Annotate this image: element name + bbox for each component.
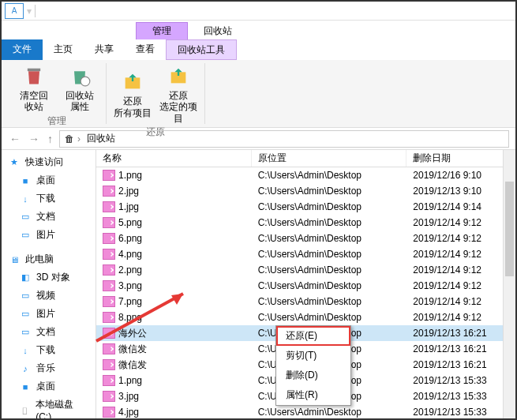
file-date: 2019/12/14 9:12	[406, 264, 515, 276]
tab-view[interactable]: 查看	[125, 39, 166, 60]
ctx-delete[interactable]: 删除(D)	[276, 366, 350, 385]
file-date: 2019/12/14 9:14	[406, 201, 515, 213]
table-row[interactable]: 5.pngC:\Users\Admin\Desktop2019/12/14 9:…	[96, 215, 515, 231]
image-file-icon	[103, 359, 115, 370]
file-name: 7.png	[118, 296, 142, 307]
file-date: 2019/12/13 16:21	[406, 343, 515, 355]
file-name: 4.jpg	[118, 407, 139, 418]
image-file-icon	[103, 217, 115, 228]
sidebar-documents-2[interactable]: ▭文档	[2, 323, 96, 341]
ribbon-group-restore: 还原所有项目 还原选定的项目 还原	[107, 63, 205, 124]
table-row[interactable]: 8.pngC:\Users\Admin\Desktop2019/12/14 9:…	[96, 309, 515, 325]
sidebar-videos[interactable]: ▭视频	[2, 287, 96, 305]
breadcrumb[interactable]: 🗑 › 回收站	[59, 130, 509, 148]
sidebar-downloads-2[interactable]: ↓下载	[2, 341, 96, 359]
sidebar-desktop-2[interactable]: ■桌面	[2, 377, 96, 396]
trash-props-icon	[67, 63, 92, 88]
file-path: C:\Users\Admin\Desktop	[252, 169, 407, 182]
recycle-icon: 🗑	[65, 133, 74, 144]
ribbon-group-manage: 清空回收站 回收站属性 管理	[8, 63, 107, 124]
sidebar-3d-objects[interactable]: ◧3D 对象	[2, 268, 96, 287]
restore-sel-icon	[166, 63, 191, 88]
file-date: 2019/12/14 9:12	[406, 279, 515, 292]
forward-button[interactable]: →	[27, 133, 41, 145]
desktop-icon: ■	[19, 174, 32, 187]
vertical-scrollbar[interactable]	[503, 150, 515, 418]
sidebar-drive-c[interactable]: ⌷本地磁盘 (C:)	[2, 396, 96, 418]
sidebar-desktop[interactable]: ■桌面	[2, 171, 96, 189]
sidebar-downloads[interactable]: ↓下载	[2, 189, 96, 208]
table-row[interactable]: 4.pngC:\Users\Admin\Desktop2019/12/14 9:…	[96, 246, 515, 262]
restore-all-button[interactable]: 还原所有项目	[113, 63, 152, 124]
sidebar-music[interactable]: ♪音乐	[2, 359, 96, 377]
table-row[interactable]: 1.pngC:\Users\Admin\Desktop2019/12/16 9:…	[96, 167, 515, 183]
file-name: 微信发	[118, 343, 147, 354]
ribbon: 清空回收站 回收站属性 管理 还原所有项目 还原选定的项目 还原	[2, 60, 515, 128]
restore-sel-label: 还原选定的项目	[159, 90, 198, 124]
file-date: 2019/12/14 9:12	[406, 248, 515, 261]
desktop-icon: ■	[19, 381, 32, 393]
file-date: 2019/12/13 15:33	[406, 390, 515, 403]
file-date: 2019/12/14 9:12	[406, 232, 515, 245]
table-row[interactable]: 6.pngC:\Users\Admin\Desktop2019/12/14 9:…	[96, 231, 515, 246]
image-file-icon	[103, 264, 115, 276]
tab-share[interactable]: 共享	[84, 39, 125, 60]
sidebar-documents[interactable]: ▭文档	[2, 208, 96, 226]
download-icon: ↓	[19, 344, 32, 357]
tab-file[interactable]: 文件	[2, 39, 43, 60]
col-date-deleted[interactable]: 删除日期	[406, 150, 515, 167]
recycle-props-button[interactable]: 回收站属性	[60, 63, 99, 113]
file-name: 4.png	[118, 249, 142, 260]
file-date: 2019/12/14 9:12	[406, 311, 515, 324]
sidebar-pictures[interactable]: ▭图片	[2, 226, 96, 244]
empty-recycle-button[interactable]: 清空回收站	[14, 63, 54, 113]
sidebar-this-pc[interactable]: 🖥此电脑	[2, 250, 96, 268]
ribbon-tabs: 文件 主页 共享 查看 回收站工具	[2, 39, 515, 60]
sidebar-quick-access[interactable]: ★快速访问	[2, 153, 96, 171]
col-original-location[interactable]: 原位置	[252, 150, 407, 167]
titlebar-divider	[35, 5, 36, 17]
breadcrumb-recycle[interactable]: 回收站	[84, 132, 118, 145]
image-file-icon	[103, 312, 115, 323]
download-icon: ↓	[19, 193, 32, 205]
col-name[interactable]: 名称	[96, 150, 252, 167]
image-file-icon	[103, 170, 115, 181]
manage-header: 管理	[136, 22, 188, 39]
svg-point-1	[81, 77, 90, 86]
file-name: 1.png	[118, 375, 142, 386]
sidebar-pictures-2[interactable]: ▭图片	[2, 305, 96, 323]
file-list: 名称 原位置 删除日期 1.pngC:\Users\Admin\Desktop2…	[96, 150, 515, 418]
scrollbar-thumb[interactable]	[505, 182, 514, 276]
up-button[interactable]: ↑	[46, 133, 54, 145]
ctx-restore[interactable]: 还原(E)	[276, 326, 350, 346]
table-row[interactable]: 2.jpgC:\Users\Admin\Desktop2019/12/13 9:…	[96, 183, 515, 199]
back-button[interactable]: ←	[8, 133, 22, 145]
table-row[interactable]: 1.jpgC:\Users\Admin\Desktop2019/12/14 9:…	[96, 199, 515, 215]
trash-icon	[21, 63, 47, 88]
file-path: C:\Users\Admin\Desktop	[252, 216, 407, 229]
file-name: 5.png	[118, 217, 142, 228]
document-icon: ▭	[19, 211, 32, 223]
tab-home[interactable]: 主页	[43, 39, 84, 60]
table-row[interactable]: 3.pngC:\Users\Admin\Desktop2019/12/14 9:…	[96, 278, 515, 294]
file-date: 2019/12/13 15:33	[406, 374, 515, 387]
image-file-icon	[103, 280, 115, 291]
address-bar: ← → ↑ 🗑 › 回收站	[2, 128, 515, 150]
document-icon: ▭	[19, 326, 32, 339]
table-row[interactable]: 7.pngC:\Users\Admin\Desktop2019/12/14 9:…	[96, 294, 515, 309]
column-headers: 名称 原位置 删除日期	[96, 150, 515, 167]
table-row[interactable]: 4.jpgC:\Users\Admin\Desktop2019/12/13 15…	[96, 404, 515, 418]
pc-icon: 🖥	[8, 253, 21, 266]
file-date: 2019/12/14 9:12	[406, 295, 515, 308]
image-file-icon	[103, 407, 115, 418]
tab-recycle-tools[interactable]: 回收站工具	[166, 39, 237, 60]
file-name: 8.png	[118, 312, 142, 323]
restore-selected-button[interactable]: 还原选定的项目	[159, 63, 198, 124]
file-name: 2.png	[118, 264, 142, 276]
table-row[interactable]: 2.pngC:\Users\Admin\Desktop2019/12/14 9:…	[96, 262, 515, 278]
file-name: 3.jpg	[118, 391, 139, 402]
file-name: 2.jpg	[118, 186, 139, 197]
ctx-cut[interactable]: 剪切(T)	[276, 346, 350, 366]
ctx-properties[interactable]: 属性(R)	[276, 385, 350, 405]
app-icon: A	[5, 3, 24, 19]
